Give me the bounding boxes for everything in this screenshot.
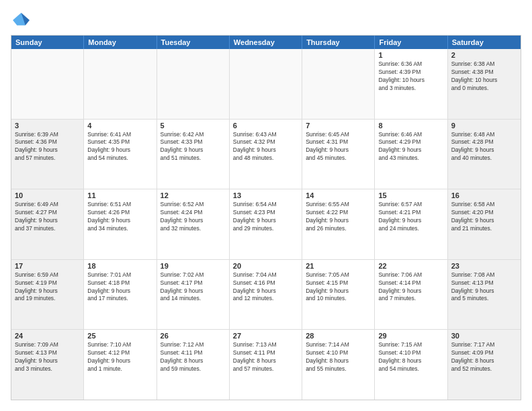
day-cell-6: 6Sunrise: 6:43 AM Sunset: 4:32 PM Daylig…	[230, 120, 302, 189]
day-cell-5: 5Sunrise: 6:42 AM Sunset: 4:33 PM Daylig…	[157, 120, 230, 189]
day-info: Sunrise: 6:51 AM Sunset: 4:26 PM Dayligh…	[87, 201, 152, 233]
day-cell-3: 3Sunrise: 6:39 AM Sunset: 4:36 PM Daylig…	[11, 120, 84, 189]
day-info: Sunrise: 6:48 AM Sunset: 4:28 PM Dayligh…	[451, 131, 517, 163]
day-number: 28	[306, 332, 371, 340]
day-info: Sunrise: 6:36 AM Sunset: 4:39 PM Dayligh…	[378, 60, 443, 93]
day-cell-18: 18Sunrise: 7:01 AM Sunset: 4:18 PM Dayli…	[84, 260, 157, 330]
empty-cell	[84, 49, 157, 119]
day-info: Sunrise: 7:17 AM Sunset: 4:09 PM Dayligh…	[451, 341, 517, 373]
day-cell-29: 29Sunrise: 7:15 AM Sunset: 4:10 PM Dayli…	[375, 330, 447, 400]
day-cell-25: 25Sunrise: 7:10 AM Sunset: 4:12 PM Dayli…	[84, 330, 157, 400]
page-header	[11, 11, 521, 30]
day-info: Sunrise: 6:55 AM Sunset: 4:22 PM Dayligh…	[306, 201, 371, 233]
day-number: 17	[15, 262, 80, 270]
day-cell-1: 1Sunrise: 6:36 AM Sunset: 4:39 PM Daylig…	[375, 49, 447, 119]
day-info: Sunrise: 6:43 AM Sunset: 4:32 PM Dayligh…	[233, 131, 298, 163]
day-info: Sunrise: 7:01 AM Sunset: 4:18 PM Dayligh…	[87, 271, 152, 304]
day-info: Sunrise: 6:42 AM Sunset: 4:33 PM Dayligh…	[161, 131, 226, 163]
week-row-1: 1Sunrise: 6:36 AM Sunset: 4:39 PM Daylig…	[11, 49, 521, 120]
day-number: 30	[451, 332, 517, 340]
empty-cell	[157, 49, 230, 119]
day-info: Sunrise: 6:57 AM Sunset: 4:21 PM Dayligh…	[378, 201, 443, 233]
day-number: 16	[451, 191, 517, 199]
header-day-monday: Monday	[84, 36, 157, 49]
empty-cell	[11, 49, 84, 119]
logo-icon	[11, 11, 30, 30]
day-info: Sunrise: 7:15 AM Sunset: 4:10 PM Dayligh…	[378, 341, 443, 373]
day-info: Sunrise: 6:52 AM Sunset: 4:24 PM Dayligh…	[161, 201, 226, 233]
day-cell-11: 11Sunrise: 6:51 AM Sunset: 4:26 PM Dayli…	[84, 189, 157, 259]
day-number: 26	[161, 332, 226, 340]
header-day-thursday: Thursday	[302, 36, 375, 49]
day-cell-10: 10Sunrise: 6:49 AM Sunset: 4:27 PM Dayli…	[11, 189, 84, 259]
day-cell-16: 16Sunrise: 6:58 AM Sunset: 4:20 PM Dayli…	[448, 189, 521, 259]
day-cell-22: 22Sunrise: 7:06 AM Sunset: 4:14 PM Dayli…	[375, 260, 447, 330]
header-day-friday: Friday	[375, 36, 447, 49]
day-info: Sunrise: 7:08 AM Sunset: 4:13 PM Dayligh…	[451, 271, 517, 304]
day-number: 13	[233, 191, 298, 199]
day-number: 27	[233, 332, 298, 340]
day-number: 4	[87, 122, 152, 130]
day-cell-24: 24Sunrise: 7:09 AM Sunset: 4:13 PM Dayli…	[11, 330, 84, 400]
day-number: 3	[15, 122, 80, 130]
calendar: SundayMondayTuesdayWednesdayThursdayFrid…	[11, 35, 521, 400]
day-cell-17: 17Sunrise: 6:59 AM Sunset: 4:19 PM Dayli…	[11, 260, 84, 330]
day-info: Sunrise: 7:13 AM Sunset: 4:11 PM Dayligh…	[233, 341, 298, 373]
day-cell-23: 23Sunrise: 7:08 AM Sunset: 4:13 PM Dayli…	[448, 260, 521, 330]
day-number: 12	[161, 191, 226, 199]
day-cell-8: 8Sunrise: 6:46 AM Sunset: 4:29 PM Daylig…	[375, 120, 447, 189]
day-info: Sunrise: 7:04 AM Sunset: 4:16 PM Dayligh…	[233, 271, 298, 304]
day-number: 2	[451, 51, 517, 59]
day-number: 9	[451, 122, 517, 130]
day-cell-21: 21Sunrise: 7:05 AM Sunset: 4:15 PM Dayli…	[302, 260, 375, 330]
day-number: 11	[87, 191, 152, 199]
day-cell-27: 27Sunrise: 7:13 AM Sunset: 4:11 PM Dayli…	[230, 330, 302, 400]
day-info: Sunrise: 6:54 AM Sunset: 4:23 PM Dayligh…	[233, 201, 298, 233]
day-info: Sunrise: 7:10 AM Sunset: 4:12 PM Dayligh…	[87, 341, 152, 373]
header-day-sunday: Sunday	[11, 36, 84, 49]
day-cell-2: 2Sunrise: 6:38 AM Sunset: 4:38 PM Daylig…	[448, 49, 521, 119]
header-day-tuesday: Tuesday	[157, 36, 230, 49]
day-cell-14: 14Sunrise: 6:55 AM Sunset: 4:22 PM Dayli…	[302, 189, 375, 259]
day-number: 8	[378, 122, 443, 130]
day-number: 24	[15, 332, 80, 340]
day-cell-12: 12Sunrise: 6:52 AM Sunset: 4:24 PM Dayli…	[157, 189, 230, 259]
calendar-body: 1Sunrise: 6:36 AM Sunset: 4:39 PM Daylig…	[11, 49, 521, 400]
day-cell-15: 15Sunrise: 6:57 AM Sunset: 4:21 PM Dayli…	[375, 189, 447, 259]
day-number: 23	[451, 262, 517, 270]
day-number: 10	[15, 191, 80, 199]
day-info: Sunrise: 6:45 AM Sunset: 4:31 PM Dayligh…	[306, 131, 371, 163]
header-day-saturday: Saturday	[448, 36, 521, 49]
day-number: 5	[161, 122, 226, 130]
day-info: Sunrise: 7:12 AM Sunset: 4:11 PM Dayligh…	[161, 341, 226, 373]
day-number: 25	[87, 332, 152, 340]
empty-cell	[302, 49, 375, 119]
day-number: 29	[378, 332, 443, 340]
day-info: Sunrise: 7:05 AM Sunset: 4:15 PM Dayligh…	[306, 271, 371, 304]
day-number: 6	[233, 122, 298, 130]
day-info: Sunrise: 6:46 AM Sunset: 4:29 PM Dayligh…	[378, 131, 443, 163]
day-info: Sunrise: 7:06 AM Sunset: 4:14 PM Dayligh…	[378, 271, 443, 304]
logo	[11, 11, 32, 30]
day-info: Sunrise: 6:49 AM Sunset: 4:27 PM Dayligh…	[15, 201, 80, 233]
day-info: Sunrise: 6:59 AM Sunset: 4:19 PM Dayligh…	[15, 271, 80, 304]
day-number: 18	[87, 262, 152, 270]
header-day-wednesday: Wednesday	[230, 36, 302, 49]
day-number: 21	[306, 262, 371, 270]
day-info: Sunrise: 6:39 AM Sunset: 4:36 PM Dayligh…	[15, 131, 80, 163]
day-cell-13: 13Sunrise: 6:54 AM Sunset: 4:23 PM Dayli…	[230, 189, 302, 259]
day-cell-4: 4Sunrise: 6:41 AM Sunset: 4:35 PM Daylig…	[84, 120, 157, 189]
day-cell-30: 30Sunrise: 7:17 AM Sunset: 4:09 PM Dayli…	[448, 330, 521, 400]
day-number: 15	[378, 191, 443, 199]
day-cell-9: 9Sunrise: 6:48 AM Sunset: 4:28 PM Daylig…	[448, 120, 521, 189]
day-cell-26: 26Sunrise: 7:12 AM Sunset: 4:11 PM Dayli…	[157, 330, 230, 400]
day-info: Sunrise: 6:38 AM Sunset: 4:38 PM Dayligh…	[451, 60, 517, 93]
day-number: 7	[306, 122, 371, 130]
day-cell-7: 7Sunrise: 6:45 AM Sunset: 4:31 PM Daylig…	[302, 120, 375, 189]
day-number: 20	[233, 262, 298, 270]
day-number: 14	[306, 191, 371, 199]
day-cell-28: 28Sunrise: 7:14 AM Sunset: 4:10 PM Dayli…	[302, 330, 375, 400]
day-number: 1	[378, 51, 443, 59]
day-cell-20: 20Sunrise: 7:04 AM Sunset: 4:16 PM Dayli…	[230, 260, 302, 330]
day-cell-19: 19Sunrise: 7:02 AM Sunset: 4:17 PM Dayli…	[157, 260, 230, 330]
